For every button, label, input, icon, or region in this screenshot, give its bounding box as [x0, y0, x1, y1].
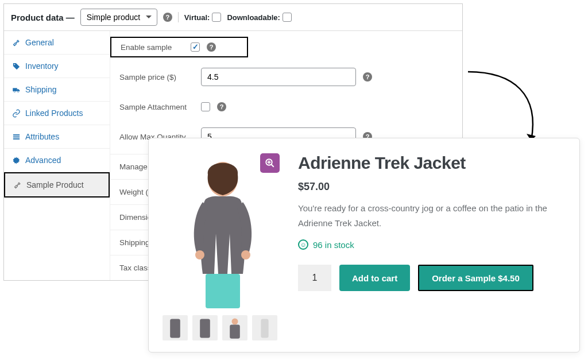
svg-point-18	[232, 319, 238, 325]
product-title: Adrienne Trek Jacket	[298, 153, 566, 173]
thumbnail-2[interactable]	[192, 315, 218, 340]
sample-price-row: Sample price ($) ?	[110, 60, 462, 94]
svg-rect-20	[261, 319, 268, 338]
stock-text: 96 in stock	[313, 240, 354, 250]
help-icon[interactable]: ?	[163, 13, 172, 22]
tab-sample-label: Sample Product	[26, 180, 84, 189]
enable-sample-row: Enable sample ?	[110, 37, 248, 57]
gear-icon	[12, 156, 21, 165]
svg-point-14	[241, 250, 250, 260]
product-type-select-wrap[interactable]: Simple product	[80, 9, 157, 26]
svg-rect-16	[170, 319, 180, 338]
sample-attachment-row: Sample Attachment ?	[110, 94, 462, 119]
tab-attributes-label: Attributes	[25, 132, 59, 141]
tab-sample-product[interactable]: Sample Product	[4, 172, 110, 198]
main-image-wrap	[163, 150, 283, 312]
tab-advanced-label: Advanced	[25, 156, 61, 165]
tab-inventory-label: Inventory	[25, 61, 59, 71]
downloadable-label-text: Downloadable:	[227, 13, 280, 22]
action-row: Add to cart Order a Sample $4.50	[298, 265, 566, 291]
virtual-label-text: Virtual:	[184, 13, 210, 22]
help-icon[interactable]: ?	[207, 42, 216, 52]
truck-icon	[12, 86, 21, 94]
svg-point-3	[17, 91, 19, 92]
tab-shipping[interactable]: Shipping	[4, 78, 110, 102]
product-description: You're ready for a cross-country jog or …	[298, 201, 566, 230]
enable-sample-label: Enable sample	[121, 43, 184, 52]
tab-inventory[interactable]: Inventory	[4, 55, 110, 78]
tab-shipping-label: Shipping	[25, 85, 57, 94]
zoom-button[interactable]	[260, 153, 280, 173]
tab-advanced[interactable]: Advanced	[4, 149, 110, 172]
tag-icon	[12, 62, 21, 71]
sample-attachment-checkbox[interactable]	[201, 102, 210, 111]
svg-rect-17	[200, 319, 210, 338]
svg-rect-4	[13, 134, 20, 135]
thumbnail-3[interactable]	[222, 315, 247, 340]
svg-rect-5	[13, 136, 20, 137]
svg-point-0	[14, 64, 15, 65]
svg-rect-15	[206, 274, 240, 308]
wrench-icon	[12, 38, 21, 47]
panel-header: Product data — Simple product ? Virtual:…	[4, 4, 462, 31]
help-icon[interactable]: ?	[363, 72, 372, 82]
product-info: Adrienne Trek Jacket $57.00 You're ready…	[298, 150, 566, 340]
product-type-select[interactable]: Simple product	[80, 9, 157, 26]
smile-icon: ☺	[298, 239, 308, 250]
list-icon	[12, 133, 21, 141]
product-image[interactable]	[171, 150, 274, 311]
help-icon[interactable]: ?	[217, 102, 226, 111]
quantity-input[interactable]	[298, 265, 331, 291]
sample-attachment-label: Sample Attachment	[119, 103, 194, 111]
virtual-label: Virtual:	[184, 13, 222, 22]
product-card: Adrienne Trek Jacket $57.00 You're ready…	[148, 138, 580, 353]
side-tabs: General Inventory Shipping Linked Produc…	[4, 31, 110, 280]
downloadable-label: Downloadable:	[227, 13, 291, 22]
thumbnail-row	[163, 315, 283, 340]
sample-price-input[interactable]	[201, 68, 356, 86]
wrench-grey-icon	[13, 181, 22, 189]
product-gallery	[163, 150, 283, 340]
panel-title: Product data —	[11, 13, 75, 22]
stock-status: ☺ 96 in stock	[298, 239, 566, 250]
tab-linked-label: Linked Products	[25, 109, 83, 118]
svg-line-9	[271, 164, 274, 167]
svg-rect-19	[230, 325, 240, 339]
tab-general-label: General	[25, 38, 54, 47]
add-to-cart-button[interactable]: Add to cart	[339, 265, 410, 291]
tab-linked-products[interactable]: Linked Products	[4, 102, 110, 125]
svg-rect-6	[13, 138, 20, 140]
thumbnail-4[interactable]	[252, 315, 277, 340]
svg-rect-1	[13, 88, 17, 91]
product-price: $57.00	[298, 181, 566, 193]
sample-price-label: Sample price ($)	[119, 73, 194, 82]
tab-attributes[interactable]: Attributes	[4, 125, 110, 149]
enable-sample-checkbox[interactable]	[191, 42, 200, 52]
thumbnail-1[interactable]	[163, 315, 188, 340]
tab-general[interactable]: General	[4, 31, 110, 55]
svg-point-2	[14, 91, 16, 92]
virtual-checkbox[interactable]	[212, 13, 221, 22]
downloadable-checkbox[interactable]	[283, 13, 292, 22]
link-icon	[12, 109, 21, 118]
order-sample-button[interactable]: Order a Sample $4.50	[418, 265, 533, 291]
zoom-icon	[265, 158, 275, 168]
divider	[178, 12, 179, 22]
svg-point-13	[195, 250, 204, 260]
